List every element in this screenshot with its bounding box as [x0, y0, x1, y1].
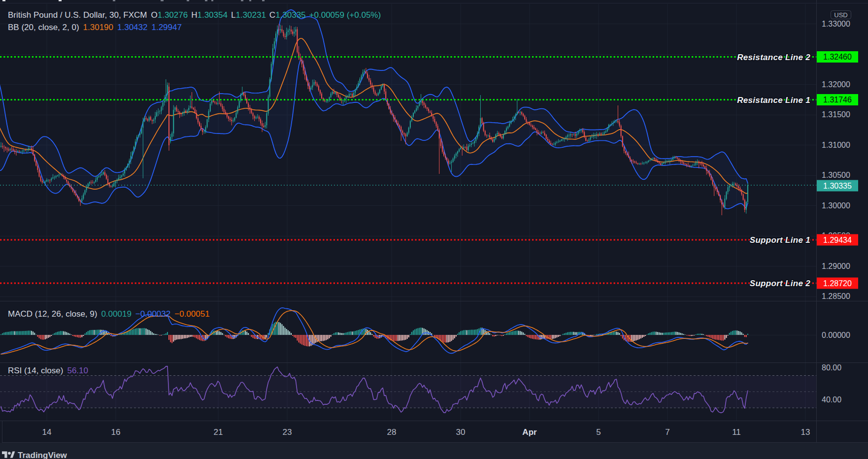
- svg-text:1.31746: 1.31746: [823, 96, 852, 104]
- svg-text:TradingView: TradingView: [18, 451, 67, 459]
- svg-text:1.31500: 1.31500: [822, 110, 850, 119]
- svg-text:1.33000: 1.33000: [822, 20, 850, 28]
- svg-text:Support Line 1: Support Line 1: [750, 235, 810, 245]
- svg-text:RSI (14, close)56.10: RSI (14, close)56.10: [8, 366, 88, 375]
- svg-text:1.29000: 1.29000: [822, 262, 850, 270]
- svg-text:30: 30: [456, 427, 466, 437]
- svg-text:British Pound / U.S. Dollar, 3: British Pound / U.S. Dollar, 30, FXCMO1.…: [8, 10, 381, 20]
- svg-text:BB (20, close, 2, 0)1.301901.3: BB (20, close, 2, 0)1.301901.304321.2994…: [8, 23, 182, 32]
- svg-text:13: 13: [801, 427, 810, 437]
- svg-text:USD: USD: [834, 11, 847, 19]
- svg-text:0.00000: 0.00000: [822, 331, 850, 339]
- svg-text:7: 7: [665, 427, 669, 437]
- svg-text:23: 23: [283, 427, 292, 437]
- svg-text:16: 16: [111, 427, 121, 437]
- svg-text:MACD (12, 26, close, 9)0.00019: MACD (12, 26, close, 9)0.00019−0.00032−0…: [8, 309, 210, 319]
- svg-text:1.30335: 1.30335: [823, 182, 852, 190]
- svg-text:1.32000: 1.32000: [822, 80, 850, 89]
- svg-text:80.00: 80.00: [822, 363, 841, 372]
- svg-text:1.31000: 1.31000: [822, 141, 850, 149]
- svg-text:Apr: Apr: [522, 427, 537, 437]
- svg-text:14: 14: [42, 427, 52, 437]
- svg-text:Resistance Line 1: Resistance Line 1: [737, 96, 810, 105]
- svg-text:1.29434: 1.29434: [823, 236, 852, 244]
- svg-text:Resistance Line 2: Resistance Line 2: [737, 53, 810, 62]
- svg-text:5: 5: [596, 427, 601, 437]
- svg-text:Support Line 2: Support Line 2: [750, 279, 810, 288]
- svg-text:40.00: 40.00: [822, 395, 841, 404]
- svg-text:11: 11: [732, 427, 741, 437]
- svg-text:28: 28: [387, 427, 397, 437]
- svg-text:21: 21: [214, 427, 223, 437]
- svg-text:1.32460: 1.32460: [823, 53, 852, 61]
- svg-text:1.30000: 1.30000: [822, 201, 850, 210]
- svg-text:1.30500: 1.30500: [822, 171, 850, 179]
- svg-text:1.28500: 1.28500: [822, 292, 850, 300]
- svg-text:1.28720: 1.28720: [823, 279, 852, 288]
